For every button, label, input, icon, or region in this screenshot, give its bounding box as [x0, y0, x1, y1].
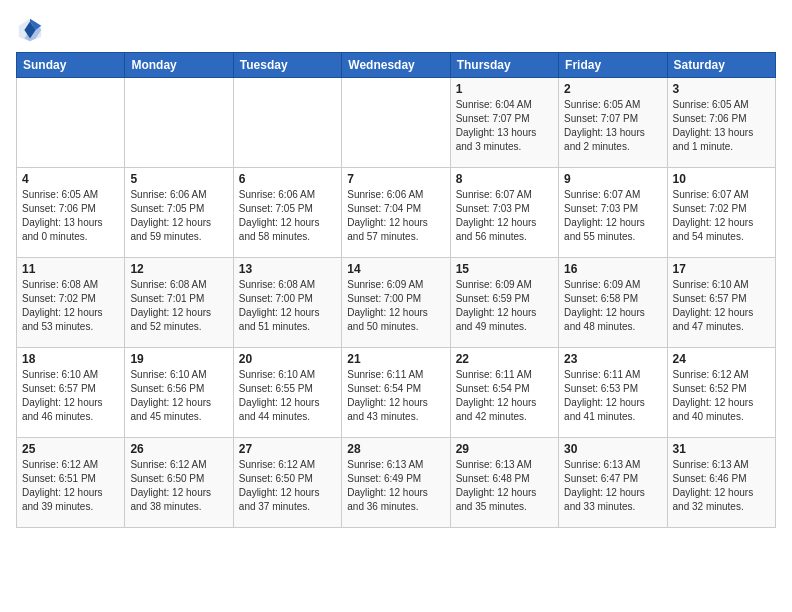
- calendar-cell: 24Sunrise: 6:12 AM Sunset: 6:52 PM Dayli…: [667, 348, 775, 438]
- calendar-cell: [17, 78, 125, 168]
- day-info: Sunrise: 6:11 AM Sunset: 6:54 PM Dayligh…: [456, 368, 553, 424]
- calendar-table: SundayMondayTuesdayWednesdayThursdayFrid…: [16, 52, 776, 528]
- calendar-cell: 20Sunrise: 6:10 AM Sunset: 6:55 PM Dayli…: [233, 348, 341, 438]
- weekday-header-friday: Friday: [559, 53, 667, 78]
- day-number: 9: [564, 172, 661, 186]
- calendar-cell: 29Sunrise: 6:13 AM Sunset: 6:48 PM Dayli…: [450, 438, 558, 528]
- calendar-cell: 31Sunrise: 6:13 AM Sunset: 6:46 PM Dayli…: [667, 438, 775, 528]
- calendar-cell: 19Sunrise: 6:10 AM Sunset: 6:56 PM Dayli…: [125, 348, 233, 438]
- calendar-cell: 5Sunrise: 6:06 AM Sunset: 7:05 PM Daylig…: [125, 168, 233, 258]
- day-info: Sunrise: 6:06 AM Sunset: 7:04 PM Dayligh…: [347, 188, 444, 244]
- day-info: Sunrise: 6:08 AM Sunset: 7:02 PM Dayligh…: [22, 278, 119, 334]
- calendar-cell: 9Sunrise: 6:07 AM Sunset: 7:03 PM Daylig…: [559, 168, 667, 258]
- calendar-cell: 1Sunrise: 6:04 AM Sunset: 7:07 PM Daylig…: [450, 78, 558, 168]
- day-number: 25: [22, 442, 119, 456]
- weekday-header-monday: Monday: [125, 53, 233, 78]
- day-info: Sunrise: 6:12 AM Sunset: 6:50 PM Dayligh…: [130, 458, 227, 514]
- calendar-week-row: 11Sunrise: 6:08 AM Sunset: 7:02 PM Dayli…: [17, 258, 776, 348]
- day-info: Sunrise: 6:09 AM Sunset: 6:58 PM Dayligh…: [564, 278, 661, 334]
- day-number: 24: [673, 352, 770, 366]
- day-info: Sunrise: 6:13 AM Sunset: 6:46 PM Dayligh…: [673, 458, 770, 514]
- day-info: Sunrise: 6:09 AM Sunset: 7:00 PM Dayligh…: [347, 278, 444, 334]
- day-info: Sunrise: 6:10 AM Sunset: 6:56 PM Dayligh…: [130, 368, 227, 424]
- day-info: Sunrise: 6:06 AM Sunset: 7:05 PM Dayligh…: [239, 188, 336, 244]
- day-number: 11: [22, 262, 119, 276]
- day-info: Sunrise: 6:08 AM Sunset: 7:00 PM Dayligh…: [239, 278, 336, 334]
- day-info: Sunrise: 6:04 AM Sunset: 7:07 PM Dayligh…: [456, 98, 553, 154]
- calendar-cell: 30Sunrise: 6:13 AM Sunset: 6:47 PM Dayli…: [559, 438, 667, 528]
- day-info: Sunrise: 6:08 AM Sunset: 7:01 PM Dayligh…: [130, 278, 227, 334]
- day-number: 22: [456, 352, 553, 366]
- day-number: 31: [673, 442, 770, 456]
- day-number: 5: [130, 172, 227, 186]
- day-number: 13: [239, 262, 336, 276]
- day-number: 29: [456, 442, 553, 456]
- calendar-week-row: 1Sunrise: 6:04 AM Sunset: 7:07 PM Daylig…: [17, 78, 776, 168]
- day-info: Sunrise: 6:13 AM Sunset: 6:49 PM Dayligh…: [347, 458, 444, 514]
- calendar-cell: 18Sunrise: 6:10 AM Sunset: 6:57 PM Dayli…: [17, 348, 125, 438]
- weekday-header-sunday: Sunday: [17, 53, 125, 78]
- calendar-cell: 21Sunrise: 6:11 AM Sunset: 6:54 PM Dayli…: [342, 348, 450, 438]
- day-number: 14: [347, 262, 444, 276]
- day-info: Sunrise: 6:10 AM Sunset: 6:57 PM Dayligh…: [22, 368, 119, 424]
- day-info: Sunrise: 6:07 AM Sunset: 7:02 PM Dayligh…: [673, 188, 770, 244]
- day-info: Sunrise: 6:10 AM Sunset: 6:57 PM Dayligh…: [673, 278, 770, 334]
- day-info: Sunrise: 6:11 AM Sunset: 6:54 PM Dayligh…: [347, 368, 444, 424]
- calendar-week-row: 18Sunrise: 6:10 AM Sunset: 6:57 PM Dayli…: [17, 348, 776, 438]
- day-number: 3: [673, 82, 770, 96]
- day-info: Sunrise: 6:13 AM Sunset: 6:48 PM Dayligh…: [456, 458, 553, 514]
- day-number: 1: [456, 82, 553, 96]
- day-number: 2: [564, 82, 661, 96]
- calendar-cell: 23Sunrise: 6:11 AM Sunset: 6:53 PM Dayli…: [559, 348, 667, 438]
- day-number: 26: [130, 442, 227, 456]
- weekday-header-wednesday: Wednesday: [342, 53, 450, 78]
- day-number: 20: [239, 352, 336, 366]
- weekday-header-row: SundayMondayTuesdayWednesdayThursdayFrid…: [17, 53, 776, 78]
- day-info: Sunrise: 6:13 AM Sunset: 6:47 PM Dayligh…: [564, 458, 661, 514]
- day-number: 17: [673, 262, 770, 276]
- day-number: 7: [347, 172, 444, 186]
- day-number: 16: [564, 262, 661, 276]
- calendar-cell: 16Sunrise: 6:09 AM Sunset: 6:58 PM Dayli…: [559, 258, 667, 348]
- day-info: Sunrise: 6:05 AM Sunset: 7:06 PM Dayligh…: [673, 98, 770, 154]
- weekday-header-saturday: Saturday: [667, 53, 775, 78]
- day-number: 10: [673, 172, 770, 186]
- calendar-cell: 26Sunrise: 6:12 AM Sunset: 6:50 PM Dayli…: [125, 438, 233, 528]
- calendar-cell: [125, 78, 233, 168]
- calendar-cell: 2Sunrise: 6:05 AM Sunset: 7:07 PM Daylig…: [559, 78, 667, 168]
- day-number: 23: [564, 352, 661, 366]
- calendar-cell: 13Sunrise: 6:08 AM Sunset: 7:00 PM Dayli…: [233, 258, 341, 348]
- day-info: Sunrise: 6:12 AM Sunset: 6:51 PM Dayligh…: [22, 458, 119, 514]
- day-number: 28: [347, 442, 444, 456]
- day-info: Sunrise: 6:12 AM Sunset: 6:50 PM Dayligh…: [239, 458, 336, 514]
- calendar-cell: 14Sunrise: 6:09 AM Sunset: 7:00 PM Dayli…: [342, 258, 450, 348]
- calendar-cell: 28Sunrise: 6:13 AM Sunset: 6:49 PM Dayli…: [342, 438, 450, 528]
- calendar-cell: 10Sunrise: 6:07 AM Sunset: 7:02 PM Dayli…: [667, 168, 775, 258]
- day-info: Sunrise: 6:05 AM Sunset: 7:07 PM Dayligh…: [564, 98, 661, 154]
- calendar-cell: 4Sunrise: 6:05 AM Sunset: 7:06 PM Daylig…: [17, 168, 125, 258]
- logo-icon: [16, 16, 44, 44]
- calendar-week-row: 25Sunrise: 6:12 AM Sunset: 6:51 PM Dayli…: [17, 438, 776, 528]
- calendar-cell: 11Sunrise: 6:08 AM Sunset: 7:02 PM Dayli…: [17, 258, 125, 348]
- calendar-cell: 27Sunrise: 6:12 AM Sunset: 6:50 PM Dayli…: [233, 438, 341, 528]
- day-info: Sunrise: 6:07 AM Sunset: 7:03 PM Dayligh…: [456, 188, 553, 244]
- day-info: Sunrise: 6:10 AM Sunset: 6:55 PM Dayligh…: [239, 368, 336, 424]
- day-number: 8: [456, 172, 553, 186]
- calendar-cell: 22Sunrise: 6:11 AM Sunset: 6:54 PM Dayli…: [450, 348, 558, 438]
- logo: [16, 16, 48, 44]
- page-header: [16, 16, 776, 44]
- day-number: 4: [22, 172, 119, 186]
- calendar-cell: 25Sunrise: 6:12 AM Sunset: 6:51 PM Dayli…: [17, 438, 125, 528]
- weekday-header-tuesday: Tuesday: [233, 53, 341, 78]
- calendar-cell: 17Sunrise: 6:10 AM Sunset: 6:57 PM Dayli…: [667, 258, 775, 348]
- day-number: 6: [239, 172, 336, 186]
- day-number: 19: [130, 352, 227, 366]
- calendar-cell: [233, 78, 341, 168]
- calendar-cell: 15Sunrise: 6:09 AM Sunset: 6:59 PM Dayli…: [450, 258, 558, 348]
- calendar-cell: 6Sunrise: 6:06 AM Sunset: 7:05 PM Daylig…: [233, 168, 341, 258]
- calendar-cell: 3Sunrise: 6:05 AM Sunset: 7:06 PM Daylig…: [667, 78, 775, 168]
- calendar-week-row: 4Sunrise: 6:05 AM Sunset: 7:06 PM Daylig…: [17, 168, 776, 258]
- day-number: 30: [564, 442, 661, 456]
- day-info: Sunrise: 6:07 AM Sunset: 7:03 PM Dayligh…: [564, 188, 661, 244]
- calendar-cell: 7Sunrise: 6:06 AM Sunset: 7:04 PM Daylig…: [342, 168, 450, 258]
